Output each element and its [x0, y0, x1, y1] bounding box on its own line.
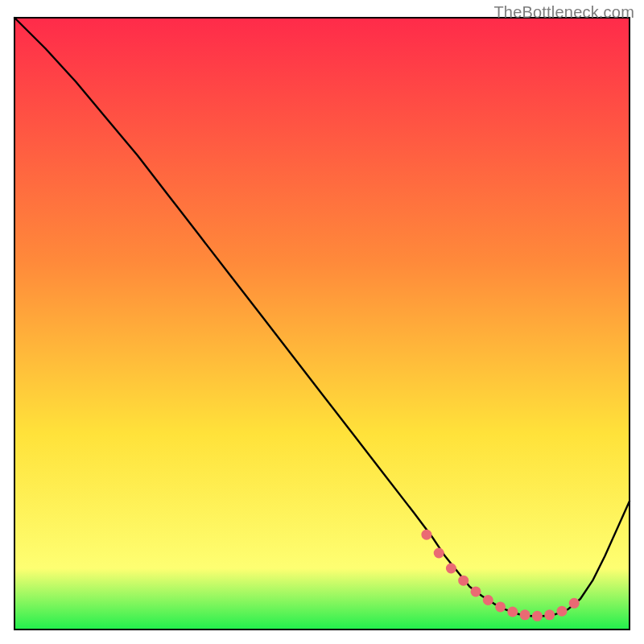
highlight-dot	[507, 607, 518, 617]
highlight-dot	[544, 609, 555, 620]
highlight-dot	[458, 576, 469, 586]
highlight-dot	[569, 598, 580, 609]
highlight-dot	[520, 609, 530, 620]
gradient-panel	[14, 18, 630, 630]
highlight-dot	[434, 548, 444, 559]
highlight-dot	[471, 586, 481, 597]
highlight-dot	[557, 606, 568, 617]
highlight-dot	[495, 601, 506, 612]
highlight-dot	[421, 530, 431, 540]
highlight-dot	[532, 611, 543, 621]
highlight-dot	[446, 564, 456, 574]
bottleneck-chart	[0, 0, 644, 644]
chart-stage: TheBottleneck.com	[0, 0, 644, 644]
watermark-text: TheBottleneck.com	[493, 3, 634, 22]
highlight-dot	[483, 595, 493, 605]
